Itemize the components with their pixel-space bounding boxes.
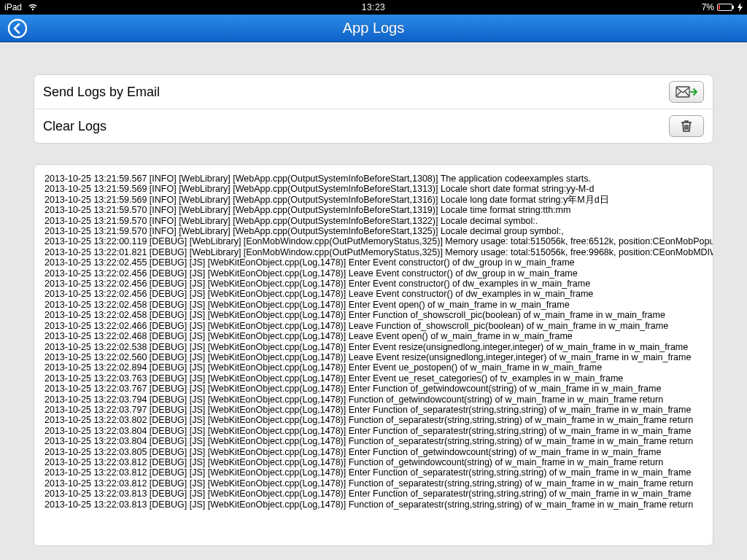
log-line: 2013-10-25 13:22:02.538 [DEBUG] [JS] [We… [44, 342, 703, 352]
clear-logs-label: Clear Logs [43, 119, 107, 134]
page-title: App Logs [343, 20, 405, 36]
log-line: 2013-10-25 13:22:02.468 [DEBUG] [JS] [We… [44, 331, 703, 341]
log-line: 2013-10-25 13:22:03.812 [DEBUG] [JS] [We… [44, 478, 703, 489]
log-line: 2013-10-25 13:22:03.812 [DEBUG] [JS] [We… [44, 457, 703, 467]
action-list: Send Logs by Email Clear Logs [34, 74, 713, 144]
log-line: 2013-10-25 13:22:02.560 [DEBUG] [JS] [We… [44, 352, 703, 362]
send-logs-label: Send Logs by Email [43, 85, 160, 100]
log-line: 2013-10-25 13:22:03.797 [DEBUG] [JS] [We… [44, 405, 703, 415]
log-line: 2013-10-25 13:22:03.802 [DEBUG] [JS] [We… [44, 415, 703, 425]
log-line: 2013-10-25 13:22:02.455 [DEBUG] [JS] [We… [44, 257, 703, 268]
back-button[interactable] [7, 18, 28, 39]
log-line: 2013-10-25 13:22:03.813 [DEBUG] [JS] [We… [44, 489, 703, 499]
log-line: 2013-10-25 13:22:01.821 [DEBUG] [WebLibr… [44, 247, 703, 257]
battery-icon [717, 4, 735, 11]
log-line: 2013-10-25 13:22:02.458 [DEBUG] [JS] [We… [44, 300, 703, 310]
svg-rect-1 [732, 6, 734, 9]
log-line: 2013-10-25 13:22:03.767 [DEBUG] [JS] [We… [44, 384, 703, 394]
log-line: 2013-10-25 13:21:59.567 [INFO] [WebLibra… [44, 174, 703, 184]
log-line: 2013-10-25 13:22:02.458 [DEBUG] [JS] [We… [44, 310, 703, 320]
log-line: 2013-10-25 13:22:03.794 [DEBUG] [JS] [We… [44, 394, 703, 405]
log-line: 2013-10-25 13:21:59.570 [INFO] [WebLibra… [44, 216, 703, 226]
log-line: 2013-10-25 13:21:59.569 [INFO] [WebLibra… [44, 195, 703, 205]
svg-rect-2 [719, 5, 720, 9]
svg-point-3 [9, 20, 26, 37]
status-bar: iPad 13:23 7% [0, 0, 747, 15]
log-line: 2013-10-25 13:22:03.804 [DEBUG] [JS] [We… [44, 436, 703, 446]
log-line: 2013-10-25 13:22:00.119 [DEBUG] [WebLibr… [44, 236, 703, 246]
log-line: 2013-10-25 13:21:59.569 [INFO] [WebLibra… [44, 184, 703, 194]
charging-icon [738, 3, 743, 12]
log-line: 2013-10-25 13:22:02.466 [DEBUG] [JS] [We… [44, 321, 703, 331]
clear-logs-row[interactable]: Clear Logs [34, 109, 713, 143]
log-line: 2013-10-25 13:22:03.804 [DEBUG] [JS] [We… [44, 426, 703, 436]
status-time: 13:23 [362, 2, 386, 12]
log-line: 2013-10-25 13:21:59.570 [INFO] [WebLibra… [44, 205, 703, 215]
log-line: 2013-10-25 13:22:03.812 [DEBUG] [JS] [We… [44, 467, 703, 478]
log-line: 2013-10-25 13:22:03.763 [DEBUG] [JS] [We… [44, 373, 703, 384]
send-logs-row[interactable]: Send Logs by Email [34, 75, 713, 109]
log-line: 2013-10-25 13:22:03.805 [DEBUG] [JS] [We… [44, 447, 703, 457]
svg-rect-4 [676, 87, 689, 97]
clear-logs-button[interactable] [669, 115, 704, 137]
log-line: 2013-10-25 13:22:02.456 [DEBUG] [JS] [We… [44, 279, 703, 289]
log-line: 2013-10-25 13:22:02.456 [DEBUG] [JS] [We… [44, 289, 703, 299]
device-label: iPad [4, 2, 22, 12]
log-output[interactable]: 2013-10-25 13:21:59.567 [INFO] [WebLibra… [34, 164, 713, 546]
log-line: 2013-10-25 13:21:59.570 [INFO] [WebLibra… [44, 226, 703, 236]
log-line: 2013-10-25 13:22:03.813 [DEBUG] [JS] [We… [44, 499, 703, 510]
battery-percent: 7% [702, 2, 714, 12]
wifi-icon [28, 4, 38, 11]
nav-bar: App Logs [0, 15, 747, 42]
log-line: 2013-10-25 13:22:02.894 [DEBUG] [JS] [We… [44, 362, 703, 373]
log-line: 2013-10-25 13:22:02.456 [DEBUG] [JS] [We… [44, 268, 703, 279]
send-email-button[interactable] [669, 81, 704, 103]
